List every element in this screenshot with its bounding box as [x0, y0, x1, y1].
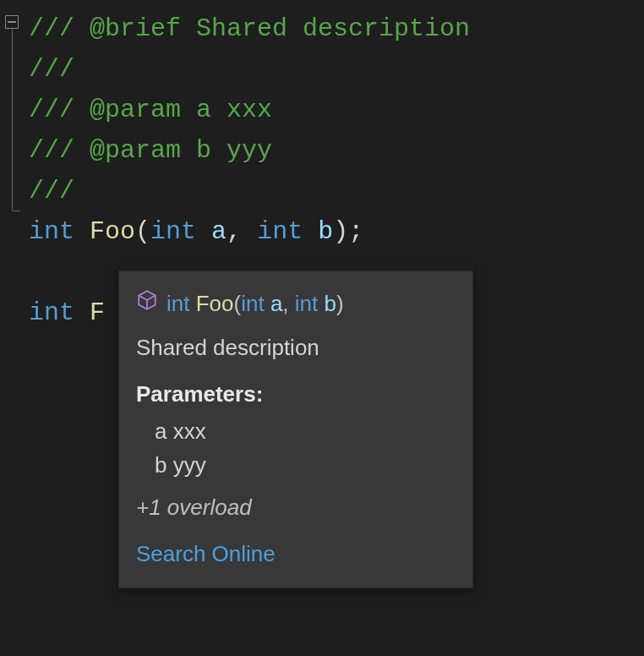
- code-token: /// @brief Shared description: [29, 14, 470, 43]
- code-line[interactable]: ///: [29, 171, 470, 211]
- code-line[interactable]: /// @brief Shared description: [29, 8, 470, 49]
- code-line[interactable]: /// @param a xxx: [29, 90, 470, 130]
- search-online-link[interactable]: Search Online: [136, 537, 456, 571]
- code-token: int: [29, 298, 74, 327]
- code-token: int: [29, 217, 74, 246]
- code-token: a: [211, 217, 226, 246]
- fold-toggle[interactable]: [5, 15, 19, 29]
- code-line[interactable]: int Foo(int a, int b);: [29, 211, 470, 252]
- fold-guide-line: [12, 29, 13, 211]
- code-token: );: [333, 217, 363, 246]
- parameters-list: a xxxb yyy: [136, 414, 456, 483]
- code-token: [196, 217, 211, 246]
- code-token: ,: [226, 217, 257, 246]
- code-token: ///: [29, 55, 74, 84]
- code-token: [74, 298, 90, 327]
- function-name: Foo: [196, 291, 234, 316]
- code-token: b: [318, 217, 333, 246]
- code-token: int: [150, 217, 196, 246]
- param-line: b yyy: [136, 448, 456, 482]
- tooltip-description: Shared description: [136, 331, 456, 364]
- intellisense-tooltip: int Foo(int a, int b) Shared description…: [118, 271, 473, 588]
- code-token: [74, 217, 90, 246]
- signature-text: int Foo(int a, int b): [166, 287, 344, 320]
- code-token: /// @param b yyy: [29, 136, 272, 165]
- parameters-heading: Parameters:: [136, 377, 456, 411]
- code-token: ///: [29, 177, 74, 205]
- code-token: [303, 217, 318, 246]
- param-line: a xxx: [136, 414, 456, 448]
- gutter: [0, 0, 25, 656]
- overload-count: +1 overload: [136, 490, 456, 524]
- minus-icon: [8, 21, 16, 23]
- code-line[interactable]: /// @param b yyy: [29, 130, 470, 171]
- code-token: int: [257, 217, 303, 246]
- code-line[interactable]: ///: [29, 49, 470, 90]
- cube-icon: [136, 287, 158, 320]
- code-token: /// @param a xxx: [29, 96, 272, 124]
- return-type: int: [166, 291, 189, 316]
- code-token: (: [135, 217, 150, 246]
- code-token: Foo: [90, 217, 135, 246]
- code-token: [29, 258, 44, 287]
- signature-row: int Foo(int a, int b): [136, 287, 456, 320]
- code-token: F: [90, 298, 105, 327]
